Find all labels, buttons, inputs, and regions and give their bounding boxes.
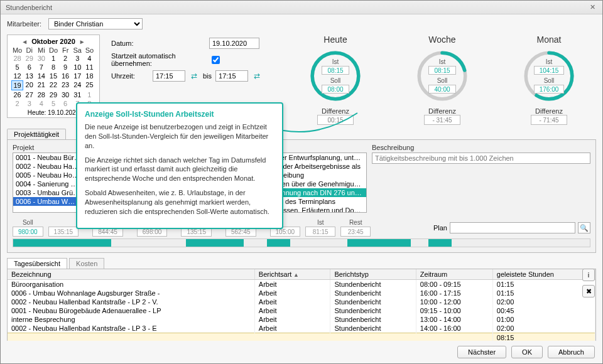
cal-day[interactable]: 5 (11, 63, 23, 72)
cal-day[interactable]: 26 (11, 90, 23, 99)
cal-day[interactable]: 2 (60, 54, 72, 63)
app-window: Stundenbericht ✕ Mitarbeiter: Binder Chr… (0, 0, 603, 364)
dialog-footer: Nächster OK Abbruch (1, 341, 602, 363)
list-item[interactable]: 0003 - Umbau Grü… (13, 188, 86, 197)
next-button[interactable]: Nächster (457, 346, 506, 358)
beschreibung-input[interactable] (372, 153, 590, 164)
cal-day[interactable]: 21 (35, 80, 47, 90)
cal-day[interactable]: 8 (47, 63, 59, 72)
tooltip-title: Anzeige Soll-Ist-Stunden Arbeitszeit (85, 110, 274, 119)
cal-day[interactable]: 20 (23, 80, 35, 90)
beschreibung-header: Beschreibung (372, 144, 590, 151)
time-label: Uhrzeit: (111, 72, 149, 80)
time-to-label: bis (203, 72, 212, 80)
list-item[interactable]: 0004 - Sanierung … (13, 179, 86, 188)
table-row[interactable]: 0002 - Neubau Hallenbad Kantstraße - LP … (8, 297, 595, 306)
ok-button[interactable]: OK (511, 346, 543, 358)
progress-bar (13, 238, 590, 247)
cal-day[interactable]: 12 (11, 72, 23, 80)
cal-day[interactable]: 30 (60, 90, 72, 99)
info-button[interactable]: i (582, 269, 595, 281)
tab-kosten[interactable]: Kosten (69, 258, 104, 269)
table-row[interactable]: interne BesprechungArbeitStundenbericht1… (8, 315, 595, 324)
info-tooltip: Anzeige Soll-Ist-Stunden Arbeitszeit Die… (76, 102, 283, 229)
day-grid[interactable]: BezeichnungBerichtsart ▲BerichtstypZeitr… (7, 269, 596, 341)
employee-select[interactable]: Binder Christian (48, 18, 143, 29)
cal-day[interactable]: 11 (84, 63, 95, 72)
soll-value: 980:00 (13, 227, 43, 237)
window-title: Stundenbericht (6, 4, 52, 11)
time-to-input[interactable] (215, 70, 248, 82)
list-item[interactable]: 0001 - Neubau Bür… (13, 153, 86, 162)
cal-day[interactable]: 23 (60, 80, 72, 90)
grid-col-header[interactable]: Bezeichnung (8, 269, 254, 280)
grid-col-header[interactable]: Zeitraum (416, 269, 492, 280)
gauge-woche: Ist 08:15 Soll 40:00 (413, 47, 471, 105)
titlebar: Stundenbericht ✕ (1, 1, 602, 14)
plan-input[interactable] (450, 222, 575, 233)
close-icon[interactable]: ✕ (587, 3, 597, 13)
swap-from-icon[interactable]: ⇄ (189, 71, 199, 81)
list-item[interactable]: 0006 - Umbau W… (13, 197, 86, 206)
gauge-monat: Ist 104:15 Soll 176:00 (520, 47, 578, 105)
delete-button[interactable]: ✖ (582, 285, 595, 297)
date-input[interactable] (209, 38, 259, 49)
soll-label: Soll (23, 219, 33, 226)
cal-day[interactable]: 7 (35, 63, 47, 72)
list-item[interactable]: 0002 - Neubau Ha… (13, 162, 86, 171)
gauge-heute-title: Heute (323, 35, 347, 45)
tooltip-p1: Die neue Anzeige ist benutzerbezogen und… (85, 122, 274, 151)
rest-label: Rest (349, 219, 362, 226)
grid-col-header[interactable]: geleistete Stunden (492, 269, 595, 280)
cal-next-icon[interactable]: ► (79, 38, 85, 45)
gauge-heute: Ist 08:15 Soll 08:00 (307, 47, 364, 105)
cal-day[interactable]: 16 (60, 72, 72, 80)
list-item[interactable]: 0005 - Neubau Ho… (13, 171, 86, 179)
employee-label: Mitarbeiter: (7, 20, 45, 28)
tab-project-activity[interactable]: Projekttätigkeit (7, 129, 66, 139)
cal-prev-icon[interactable]: ◄ (21, 38, 28, 45)
table-row[interactable]: 0001 - Neubau Bürogebäude Adenauerallee … (8, 306, 595, 315)
cal-day[interactable]: 15 (47, 72, 59, 80)
cal-day[interactable]: 13 (23, 72, 35, 80)
table-row[interactable]: BüroorganisationArbeitStundenbericht08:0… (8, 280, 595, 289)
cal-day[interactable]: 29 (47, 90, 59, 99)
ist-value: 81:15 (305, 227, 335, 237)
cal-day[interactable]: 10 (72, 63, 84, 72)
cal-day[interactable]: 28 (35, 90, 47, 99)
time-from-input[interactable] (153, 70, 185, 82)
grid-col-header[interactable]: Berichtstyp (330, 269, 416, 280)
swap-to-icon[interactable]: ⇄ (252, 71, 262, 81)
cancel-button[interactable]: Abbruch (548, 346, 595, 358)
plan-label: Plan (433, 224, 447, 232)
gauge-woche-title: Woche (428, 35, 455, 45)
rest-value: 23:45 (340, 227, 371, 237)
cal-day[interactable]: 4 (84, 54, 95, 63)
cal-day[interactable]: 17 (72, 72, 84, 80)
tab-tagesuebersicht[interactable]: Tagesübersicht (7, 258, 67, 269)
date-block: Datum: Startzeit automatisch übernehmen:… (111, 37, 262, 82)
cal-day[interactable]: 14 (35, 72, 47, 80)
cal-day[interactable]: 25 (84, 80, 95, 90)
grid-col-header[interactable]: Berichtsart ▲ (254, 269, 330, 280)
cal-day[interactable]: 6 (23, 63, 35, 72)
tooltip-p3: Sobald Abwesenheiten, wie z. B. Urlaubst… (85, 188, 274, 217)
cal-day[interactable]: 3 (72, 54, 84, 63)
cal-day[interactable]: 18 (84, 72, 95, 80)
table-row[interactable]: 0006 - Umbau Wohnanlage Augsburger Straß… (8, 289, 595, 297)
ist-label: Ist (317, 219, 324, 226)
gauge-monat-title: Monat (537, 35, 562, 45)
cal-day[interactable]: 19 (11, 80, 23, 90)
table-row[interactable]: 0002 - Neubau Hallenbad Kantstraße - LP … (8, 324, 595, 333)
autostart-checkbox[interactable] (212, 56, 220, 64)
cal-day[interactable]: 22 (47, 80, 59, 90)
tooltip-p2: Die Anzeige richtet sich danach welcher … (85, 156, 274, 184)
cal-day[interactable]: 27 (23, 90, 35, 99)
cal-day[interactable]: 9 (60, 63, 72, 72)
cal-day[interactable]: 24 (72, 80, 84, 90)
grid-sum: 08:15 (492, 333, 595, 341)
search-icon[interactable]: 🔍 (578, 222, 590, 233)
cal-day[interactable]: 31 (72, 90, 84, 99)
calendar-title: Oktober 2020 (31, 38, 75, 45)
cal-day[interactable]: 1 (47, 54, 59, 63)
